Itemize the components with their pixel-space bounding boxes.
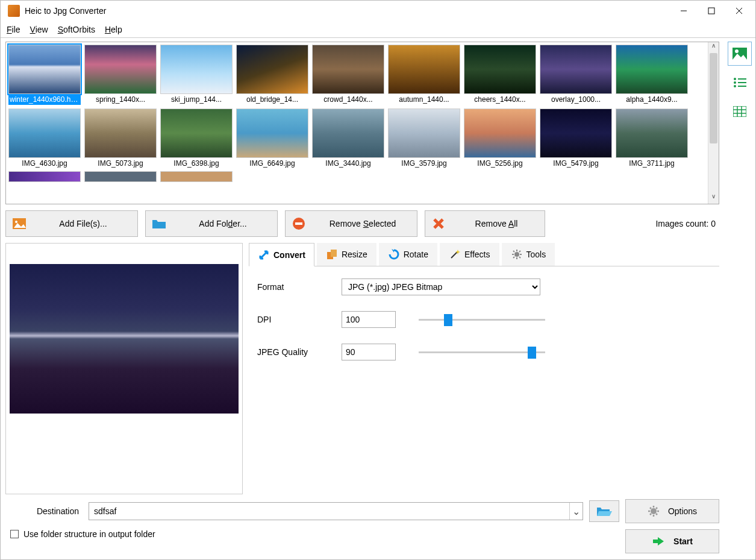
resize-icon — [326, 248, 338, 260]
minimize-button[interactable] — [670, 1, 698, 20]
thumbnail-item[interactable]: IMG_6398.jpg — [160, 109, 233, 168]
list-icon — [733, 77, 746, 88]
thumbnail-grid[interactable]: winter_1440x960.heic spring_1440x... ski… — [6, 42, 708, 204]
thumbnail-item[interactable]: IMG_5479.jpg — [540, 109, 612, 168]
tab-effects[interactable]: Effects — [440, 243, 499, 266]
remove-icon — [292, 217, 306, 230]
svg-line-18 — [513, 257, 514, 258]
svg-point-10 — [514, 252, 519, 257]
tab-resize[interactable]: Resize — [317, 243, 376, 266]
side-toolbar — [724, 38, 755, 559]
menu-help[interactable]: Help — [105, 25, 122, 34]
destination-combo[interactable]: sdfsaf ⌄ — [89, 502, 583, 520]
tab-label: Effects — [464, 250, 490, 259]
thumbnail-item[interactable]: alpha_1440x9... — [616, 45, 688, 105]
thumbnail-item[interactable]: IMG_3579.jpg — [388, 109, 460, 168]
thumbnail-item[interactable] — [84, 171, 157, 182]
svg-point-32 — [734, 81, 736, 84]
svg-rect-1 — [708, 8, 714, 14]
app-icon — [8, 5, 20, 17]
thumbnail-item[interactable]: IMG_5073.jpg — [84, 109, 157, 168]
svg-rect-7 — [295, 222, 302, 225]
svg-rect-31 — [738, 78, 746, 80]
thumbnail-item[interactable] — [160, 171, 233, 182]
grid-icon — [733, 106, 746, 117]
svg-line-16 — [519, 257, 520, 258]
thumbnail-item[interactable]: IMG_6649.jpg — [236, 109, 308, 168]
menu-file[interactable]: File — [7, 25, 20, 34]
tab-label: Tools — [526, 250, 546, 259]
menu-view[interactable]: View — [30, 25, 48, 34]
tab-convert[interactable]: Convert — [249, 243, 314, 266]
maximize-button[interactable] — [698, 1, 725, 20]
chevron-down-icon[interactable]: ⌄ — [569, 503, 583, 520]
thumbnail-item[interactable]: spring_1440x... — [84, 45, 157, 105]
thumbnail-item[interactable] — [8, 171, 81, 182]
tab-tools[interactable]: Tools — [502, 243, 555, 266]
thumbnail-item[interactable]: crowd_1440x... — [312, 45, 384, 105]
dpi-slider[interactable] — [419, 312, 545, 327]
images-count-label: Images count: 0 — [655, 219, 719, 228]
svg-line-15 — [513, 251, 514, 252]
close-button[interactable] — [725, 1, 753, 20]
svg-line-27 — [650, 514, 651, 515]
format-select[interactable]: JPG (*.jpg) JPEG Bitmap — [342, 278, 540, 295]
thumbnail-item[interactable]: ski_jump_144... — [160, 45, 233, 105]
destination-value: sdfsaf — [89, 506, 569, 516]
thumbnail-item[interactable]: winter_1440x960.heic — [8, 45, 81, 105]
browse-button[interactable] — [589, 500, 619, 522]
thumbnail-item[interactable]: IMG_3711.jpg — [616, 109, 688, 168]
tab-rotate[interactable]: Rotate — [379, 243, 437, 266]
action-buttons-row: Add File(s)... Add Folder... Remove Sele… — [5, 210, 719, 237]
view-list-button[interactable] — [728, 71, 752, 95]
convert-icon — [258, 249, 270, 261]
checkbox-icon — [10, 530, 19, 538]
scrollbar-handle[interactable] — [710, 53, 717, 143]
image-view-icon — [733, 48, 747, 60]
scroll-down-icon[interactable]: ∨ — [708, 193, 719, 204]
view-thumbnails-button[interactable] — [728, 42, 752, 66]
thumbnail-item[interactable]: old_bridge_14... — [236, 45, 308, 105]
svg-point-34 — [734, 85, 736, 87]
start-button[interactable]: Start — [625, 529, 719, 553]
thumbnail-item[interactable]: overlay_1000... — [540, 45, 612, 105]
view-details-button[interactable] — [728, 99, 752, 124]
thumbnail-item[interactable]: IMG_3440.jpg — [312, 109, 384, 168]
tab-label: Rotate — [404, 250, 428, 259]
thumbnail-scrollbar[interactable]: ∧ ∨ — [708, 42, 719, 204]
title-bar: Heic to Jpg Converter — [1, 1, 755, 21]
remove-all-button[interactable]: Remove All — [425, 210, 545, 237]
thumbnail-item[interactable]: IMG_5256.jpg — [464, 109, 536, 168]
image-icon — [12, 217, 27, 230]
gear-icon — [648, 505, 660, 517]
svg-point-30 — [734, 78, 736, 80]
use-folder-structure-checkbox[interactable]: Use folder structure in output folder — [5, 529, 155, 539]
button-label: Remove All — [454, 219, 539, 228]
add-files-button[interactable]: Add File(s)... — [5, 210, 138, 237]
add-folder-button[interactable]: Add Folder... — [145, 210, 278, 237]
window-title: Heic to Jpg Converter — [25, 6, 106, 16]
menu-softorbits[interactable]: SoftOrbits — [58, 25, 95, 34]
svg-line-25 — [656, 514, 657, 515]
thumbnail-item[interactable]: autumn_1440... — [388, 45, 460, 105]
button-label: Start — [673, 536, 693, 546]
quality-slider[interactable] — [419, 345, 545, 359]
convert-tab-body: Format JPG (*.jpg) JPEG Bitmap DPI JPEG … — [249, 266, 719, 388]
thumbnail-item[interactable]: IMG_4630.jpg — [8, 109, 81, 168]
dpi-input[interactable] — [342, 311, 396, 328]
tab-label: Resize — [342, 250, 367, 259]
preview-image — [10, 264, 239, 414]
thumbnail-item[interactable]: cheers_1440x... — [464, 45, 536, 105]
checkbox-label: Use folder structure in output folder — [23, 529, 155, 539]
quality-input[interactable] — [342, 344, 396, 360]
button-label: Add File(s)... — [35, 219, 131, 228]
options-button[interactable]: Options — [625, 499, 719, 523]
svg-point-19 — [651, 508, 657, 514]
thumbnail-panel: winter_1440x960.heic spring_1440x... ski… — [5, 42, 719, 204]
scroll-up-icon[interactable]: ∧ — [708, 42, 719, 53]
menu-bar: File View SoftOrbits Help — [1, 21, 755, 38]
format-label: Format — [257, 282, 342, 292]
tabs-panel: Convert Resize Rotate Effects Tools Form… — [249, 243, 719, 494]
tab-bar: Convert Resize Rotate Effects Tools — [249, 243, 719, 266]
remove-selected-button[interactable]: Remove Selected — [285, 210, 417, 237]
